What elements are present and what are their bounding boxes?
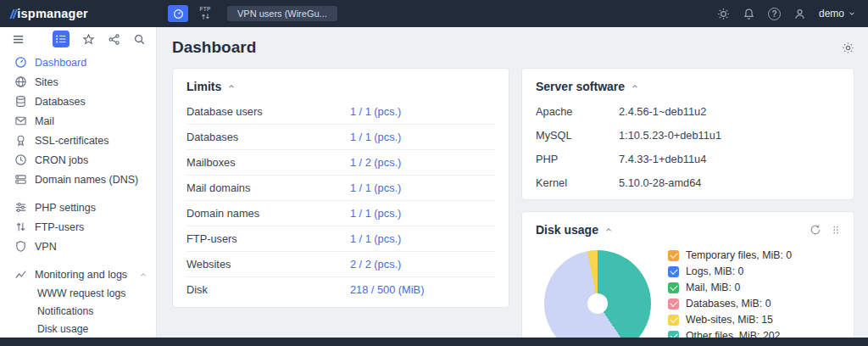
sidebar-item-dashboard[interactable]: Dashboard [0, 53, 156, 72]
table-row: Websites 2 / 2 (pcs.) [186, 252, 495, 277]
sidebar-subitem-label: Notifications [37, 305, 93, 317]
sidebar-item-sites[interactable]: Sites [0, 72, 156, 92]
sidebar-item-label: Mail [35, 115, 54, 127]
main-row: Dashboard Sites Databases Mail SSL-certi… [0, 27, 868, 338]
sidebar-subitem-www-request-logs[interactable]: WWW request logs [0, 284, 156, 302]
limit-label: Websites [186, 258, 350, 271]
drag-handle-icon[interactable] [832, 224, 840, 236]
legend-item-mail[interactable]: Mail, MiB: 0 [668, 282, 792, 293]
disk-usage-header[interactable]: Disk usage [536, 223, 840, 237]
theme-sun-icon[interactable] [717, 8, 730, 20]
sidebar-item-domain-names-dns[interactable]: Domain names (DNS) [0, 170, 156, 189]
shield-icon [14, 240, 27, 253]
legend-label: Web-sites, MiB: 15 [686, 314, 773, 326]
sidebar-item-label: SSL-certificates [35, 135, 109, 147]
refresh-icon[interactable] [810, 224, 821, 236]
disk-usage-actions [810, 224, 840, 236]
user-menu[interactable]: demo [819, 8, 856, 20]
chevron-up-icon [139, 271, 147, 279]
limit-value-link[interactable]: 1 / 1 (pcs.) [350, 232, 401, 245]
sidebar-subitem-label: Disk usage [37, 323, 88, 335]
legend-color-checkbox[interactable] [668, 331, 679, 338]
limit-label: Disk [186, 283, 350, 296]
limit-value-link[interactable]: 218 / 500 (MiB) [350, 283, 425, 296]
disk-usage-title: Disk usage [536, 223, 598, 237]
limits-card-header[interactable]: Limits [186, 80, 495, 93]
ftp-tab-button[interactable]: FTP [195, 5, 215, 22]
sidebar-menu: Dashboard Sites Databases Mail SSL-certi… [0, 51, 156, 338]
notifications-bell-icon[interactable] [743, 8, 755, 20]
chevron-up-icon[interactable] [631, 82, 639, 91]
legend-item-databases[interactable]: Databases, MiB: 0 [668, 298, 792, 310]
table-row: MySQL 1:10.5.23-0+deb11u1 [536, 123, 840, 147]
topbar: // ispmanager FTP VPN users (WireGu... [0, 0, 868, 27]
table-row: Kernel 5.10.0-28-amd64 [536, 170, 840, 194]
sidebar-item-monitoring-and-logs[interactable]: Monitoring and logs [0, 265, 156, 284]
page-title: Dashboard [172, 38, 256, 57]
username: demo [819, 8, 844, 20]
legend-color-checkbox[interactable] [668, 266, 679, 277]
user-icon[interactable] [793, 8, 806, 20]
limit-label: Databases [186, 131, 350, 143]
favorites-star-icon[interactable] [82, 33, 95, 46]
content: Dashboard Limits Database users 1 / 1 (p… [157, 27, 868, 338]
open-tab-vpn-users[interactable]: VPN users (WireGu... [227, 6, 337, 21]
dashboard-tab-button[interactable] [168, 5, 188, 22]
certificate-icon [14, 134, 27, 147]
software-version: 7.4.33-1+deb11u4 [619, 153, 706, 165]
help-icon[interactable]: ? [768, 8, 781, 20]
chevron-up-icon[interactable] [227, 82, 236, 91]
legend-color-checkbox[interactable] [668, 299, 679, 310]
sidebar-subitem-disk-usage[interactable]: Disk usage [0, 320, 156, 338]
list-view-icon[interactable] [53, 31, 70, 47]
legend-item-other-files[interactable]: Other files, MiB: 202 [668, 330, 792, 338]
limit-value-link[interactable]: 1 / 1 (pcs.) [350, 131, 401, 143]
limit-label: Domain names [186, 207, 350, 220]
legend-label: Logs, MiB: 0 [686, 265, 743, 277]
help-glyph: ? [768, 8, 781, 20]
legend-color-checkbox[interactable] [668, 282, 679, 293]
sidebar-item-label: Domain names (DNS) [35, 174, 138, 186]
ftp-transfer-icon: FTP [199, 7, 210, 20]
sidebar-subitem-label: WWW request logs [37, 287, 125, 299]
connections-nodes-icon[interactable] [108, 33, 120, 46]
search-icon[interactable] [133, 33, 146, 46]
legend-item-temporary-files[interactable]: Temporary files, MiB: 0 [668, 249, 792, 261]
server-software-title: Server software [536, 80, 625, 93]
limit-label: Mailboxes [186, 156, 350, 169]
globe-icon [14, 75, 27, 88]
sliders-icon [14, 201, 27, 214]
open-tab-label: VPN users (WireGu... [237, 8, 327, 19]
sidebar-item-label: Sites [35, 76, 58, 88]
limit-label: Mail domains [186, 181, 350, 194]
disk-usage-body: Temporary files, MiB: 0 Logs, MiB: 0 Mai… [536, 243, 840, 338]
limit-value-link[interactable]: 2 / 2 (pcs.) [350, 258, 401, 271]
dns-server-icon [14, 173, 27, 186]
sidebar-item-databases[interactable]: Databases [0, 92, 156, 111]
sidebar-item-ftp-users[interactable]: FTP-users [0, 217, 156, 237]
sidebar-item-cron-jobs[interactable]: CRON jobs [0, 150, 156, 170]
limit-value-link[interactable]: 1 / 1 (pcs.) [350, 181, 401, 194]
legend-item-logs[interactable]: Logs, MiB: 0 [668, 265, 792, 277]
limits-card: Limits Database users 1 / 1 (pcs.) Datab… [172, 68, 509, 308]
limit-value-link[interactable]: 1 / 1 (pcs.) [350, 105, 401, 118]
server-software-header[interactable]: Server software [536, 80, 840, 93]
sidebar-item-php-settings[interactable]: PHP settings [0, 198, 156, 217]
sidebar-item-ssl-certificates[interactable]: SSL-certificates [0, 131, 156, 150]
limit-value-link[interactable]: 1 / 2 (pcs.) [350, 156, 401, 169]
hamburger-menu-icon[interactable] [12, 33, 25, 46]
legend-label: Other files, MiB: 202 [686, 330, 780, 338]
chevron-up-icon[interactable] [604, 226, 613, 234]
limit-value-link[interactable]: 1 / 1 (pcs.) [350, 207, 401, 220]
legend-color-checkbox[interactable] [668, 315, 679, 326]
legend-color-checkbox[interactable] [668, 250, 679, 261]
logo[interactable]: // ispmanager [10, 7, 168, 21]
sidebar-item-vpn[interactable]: VPN [0, 237, 156, 256]
sidebar-subitem-notifications[interactable]: Notifications [0, 302, 156, 320]
database-icon [14, 95, 27, 108]
server-software-card: Server software Apache 2.4.56-1~deb11u2 … [521, 68, 854, 200]
gear-icon[interactable] [842, 42, 854, 54]
sidebar-item-mail[interactable]: Mail [0, 111, 156, 131]
legend-item-web-sites[interactable]: Web-sites, MiB: 15 [668, 314, 792, 326]
sidebar-item-label: CRON jobs [35, 154, 88, 166]
